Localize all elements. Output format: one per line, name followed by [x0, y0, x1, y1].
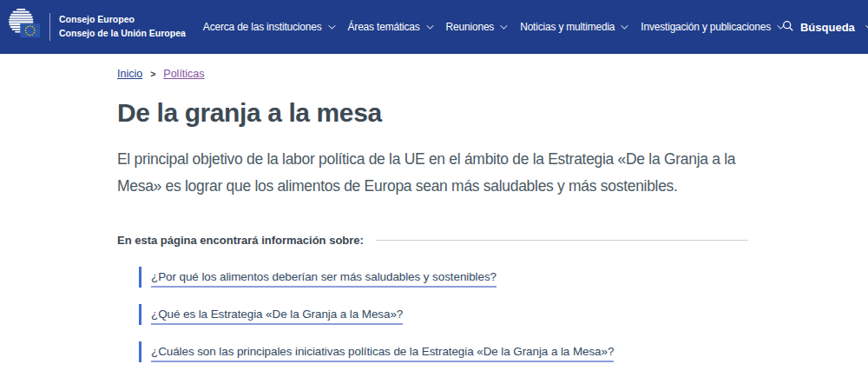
- breadcrumb-separator: >: [150, 69, 155, 79]
- toc-link-saludables-sostenibles[interactable]: ¿Por qué los alimentos deberían ser más …: [151, 270, 496, 288]
- main-content: Inicio > Políticas De la granja a la mes…: [117, 68, 748, 362]
- chevron-down-icon: [621, 22, 628, 29]
- nav-label: Noticias y multimedia: [520, 21, 615, 33]
- toc-item: ¿Qué es la Estrategia «De la Granja a la…: [139, 304, 748, 325]
- toc-link-principales-iniciativas[interactable]: ¿Cuáles son las principales iniciativas …: [151, 345, 614, 362]
- on-this-page-label: En esta página encontrará información so…: [117, 234, 364, 247]
- on-this-page-section: En esta página encontrará información so…: [117, 234, 748, 247]
- nav-label: Áreas temáticas: [348, 21, 420, 33]
- search-icon: [782, 20, 794, 35]
- chevron-down-icon: [328, 22, 335, 29]
- toc-item: ¿Cuáles son las principales iniciativas …: [139, 341, 748, 362]
- nav-item-noticias[interactable]: Noticias y multimedia: [520, 21, 626, 33]
- chevron-down-icon: [500, 22, 507, 29]
- nav-item-investigacion[interactable]: Investigación y publicaciones: [641, 21, 782, 33]
- logo-line2: Consejo de la Unión Europea: [59, 27, 186, 41]
- breadcrumb: Inicio > Políticas: [117, 68, 748, 80]
- logo-text: Consejo Europeo Consejo de la Unión Euro…: [49, 13, 186, 41]
- toc-link-que-es-estrategia[interactable]: ¿Qué es la Estrategia «De la Granja a la…: [151, 308, 403, 325]
- lead-paragraph: El principal objetivo de la labor políti…: [117, 146, 748, 200]
- main-nav: Acerca de las instituciones Áreas temáti…: [203, 21, 782, 33]
- nav-label: Acerca de las instituciones: [203, 21, 322, 33]
- page-title: De la granja a la mesa: [117, 98, 748, 128]
- breadcrumb-link-politicas[interactable]: Políticas: [163, 68, 204, 80]
- site-header: Consejo Europeo Consejo de la Unión Euro…: [0, 0, 868, 54]
- logo-line1: Consejo Europeo: [59, 13, 186, 27]
- chevron-down-icon: [426, 22, 433, 29]
- nav-label: Reuniones: [446, 21, 495, 33]
- breadcrumb-link-inicio[interactable]: Inicio: [117, 68, 142, 80]
- consilium-lantern-flag-icon: [9, 5, 42, 49]
- horizontal-rule: [376, 240, 748, 241]
- nav-item-areas-tematicas[interactable]: Áreas temáticas: [348, 21, 431, 33]
- nav-label: Investigación y publicaciones: [641, 21, 771, 33]
- toc-item: ¿Por qué los alimentos deberían ser más …: [139, 267, 748, 288]
- toc-list: ¿Por qué los alimentos deberían ser más …: [117, 267, 748, 362]
- search-button[interactable]: Búsqueda: [782, 20, 868, 35]
- search-label: Búsqueda: [800, 21, 855, 34]
- consilium-logo[interactable]: Consejo Europeo Consejo de la Unión Euro…: [9, 5, 186, 49]
- nav-item-instituciones[interactable]: Acerca de las instituciones: [203, 21, 333, 33]
- nav-item-reuniones[interactable]: Reuniones: [446, 21, 506, 33]
